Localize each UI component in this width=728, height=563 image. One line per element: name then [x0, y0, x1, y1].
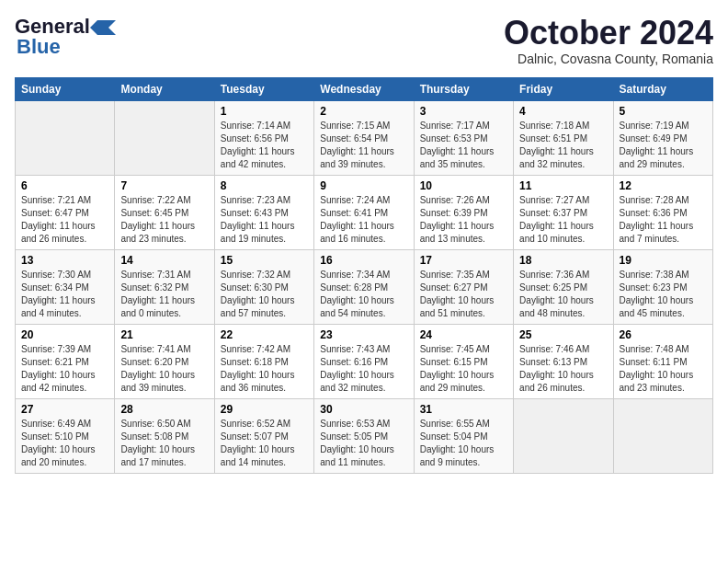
- col-header-friday: Friday: [514, 77, 613, 100]
- day-info: Sunrise: 7:42 AM Sunset: 6:18 PM Dayligh…: [221, 343, 308, 395]
- col-header-monday: Monday: [115, 77, 214, 100]
- week-row-4: 20Sunrise: 7:39 AM Sunset: 6:21 PM Dayli…: [16, 324, 713, 398]
- col-header-thursday: Thursday: [414, 77, 513, 100]
- day-number: 15: [221, 254, 308, 267]
- day-number: 7: [120, 179, 208, 192]
- day-number: 23: [320, 328, 407, 341]
- day-cell: 26Sunrise: 7:48 AM Sunset: 6:11 PM Dayli…: [613, 324, 712, 398]
- day-info: Sunrise: 7:19 AM Sunset: 6:49 PM Dayligh…: [620, 120, 707, 171]
- day-cell: 6Sunrise: 7:21 AM Sunset: 6:47 PM Daylig…: [16, 175, 115, 249]
- day-info: Sunrise: 7:43 AM Sunset: 6:16 PM Dayligh…: [320, 343, 407, 395]
- day-info: Sunrise: 7:28 AM Sunset: 6:36 PM Dayligh…: [620, 194, 707, 246]
- day-cell: 30Sunrise: 6:53 AM Sunset: 5:05 PM Dayli…: [314, 398, 414, 473]
- day-info: Sunrise: 7:15 AM Sunset: 6:54 PM Dayligh…: [320, 120, 407, 171]
- day-info: Sunrise: 7:46 AM Sunset: 6:13 PM Dayligh…: [519, 343, 607, 395]
- logo-icon: [90, 18, 116, 35]
- day-info: Sunrise: 6:49 AM Sunset: 5:10 PM Dayligh…: [21, 418, 108, 469]
- day-number: 8: [221, 179, 308, 192]
- day-number: 21: [120, 328, 208, 341]
- day-info: Sunrise: 7:48 AM Sunset: 6:11 PM Dayligh…: [620, 343, 707, 395]
- day-cell: 14Sunrise: 7:31 AM Sunset: 6:32 PM Dayli…: [115, 249, 214, 324]
- day-cell: 24Sunrise: 7:45 AM Sunset: 6:15 PM Dayli…: [414, 324, 513, 398]
- day-cell: 13Sunrise: 7:30 AM Sunset: 6:34 PM Dayli…: [16, 249, 115, 324]
- day-info: Sunrise: 7:23 AM Sunset: 6:43 PM Dayligh…: [221, 194, 308, 246]
- day-cell: 9Sunrise: 7:24 AM Sunset: 6:41 PM Daylig…: [314, 175, 414, 249]
- day-number: 28: [120, 403, 208, 416]
- day-number: 9: [320, 179, 407, 192]
- day-number: 17: [420, 254, 507, 267]
- day-cell: 11Sunrise: 7:27 AM Sunset: 6:37 PM Dayli…: [514, 175, 613, 249]
- day-info: Sunrise: 7:36 AM Sunset: 6:25 PM Dayligh…: [519, 269, 607, 320]
- day-info: Sunrise: 7:17 AM Sunset: 6:53 PM Dayligh…: [420, 120, 507, 171]
- day-number: 3: [420, 105, 507, 118]
- day-number: 25: [519, 328, 607, 341]
- day-info: Sunrise: 7:32 AM Sunset: 6:30 PM Dayligh…: [221, 269, 308, 320]
- day-number: 6: [21, 179, 108, 192]
- day-number: 22: [221, 328, 308, 341]
- day-cell: 18Sunrise: 7:36 AM Sunset: 6:25 PM Dayli…: [514, 249, 613, 324]
- day-number: 26: [620, 328, 707, 341]
- day-info: Sunrise: 7:31 AM Sunset: 6:32 PM Dayligh…: [120, 269, 208, 320]
- day-info: Sunrise: 7:39 AM Sunset: 6:21 PM Dayligh…: [21, 343, 108, 395]
- day-info: Sunrise: 7:30 AM Sunset: 6:34 PM Dayligh…: [21, 269, 108, 320]
- day-cell: 20Sunrise: 7:39 AM Sunset: 6:21 PM Dayli…: [16, 324, 115, 398]
- day-cell: 28Sunrise: 6:50 AM Sunset: 5:08 PM Dayli…: [115, 398, 214, 473]
- day-cell: 21Sunrise: 7:41 AM Sunset: 6:20 PM Dayli…: [115, 324, 214, 398]
- day-info: Sunrise: 7:24 AM Sunset: 6:41 PM Dayligh…: [320, 194, 407, 246]
- week-row-1: 1Sunrise: 7:14 AM Sunset: 6:56 PM Daylig…: [16, 100, 713, 175]
- day-number: 29: [221, 403, 308, 416]
- week-row-3: 13Sunrise: 7:30 AM Sunset: 6:34 PM Dayli…: [16, 249, 713, 324]
- title-section: October 2024 Dalnic, Covasna County, Rom…: [504, 15, 713, 66]
- day-info: Sunrise: 6:50 AM Sunset: 5:08 PM Dayligh…: [120, 418, 208, 469]
- day-info: Sunrise: 7:18 AM Sunset: 6:51 PM Dayligh…: [519, 120, 607, 171]
- header-row: SundayMondayTuesdayWednesdayThursdayFrid…: [16, 77, 713, 100]
- day-cell: 29Sunrise: 6:52 AM Sunset: 5:07 PM Dayli…: [214, 398, 313, 473]
- day-info: Sunrise: 7:14 AM Sunset: 6:56 PM Dayligh…: [221, 120, 308, 171]
- day-cell: 10Sunrise: 7:26 AM Sunset: 6:39 PM Dayli…: [414, 175, 513, 249]
- col-header-wednesday: Wednesday: [314, 77, 414, 100]
- day-cell: 22Sunrise: 7:42 AM Sunset: 6:18 PM Dayli…: [214, 324, 313, 398]
- day-cell: [613, 398, 712, 473]
- day-cell: 3Sunrise: 7:17 AM Sunset: 6:53 PM Daylig…: [414, 100, 513, 175]
- day-cell: 1Sunrise: 7:14 AM Sunset: 6:56 PM Daylig…: [214, 100, 313, 175]
- day-number: 2: [320, 105, 407, 118]
- day-cell: [16, 100, 115, 175]
- day-number: 4: [519, 105, 607, 118]
- logo: General Blue: [15, 15, 116, 59]
- day-cell: 12Sunrise: 7:28 AM Sunset: 6:36 PM Dayli…: [613, 175, 712, 249]
- day-cell: 23Sunrise: 7:43 AM Sunset: 6:16 PM Dayli…: [314, 324, 414, 398]
- day-info: Sunrise: 7:21 AM Sunset: 6:47 PM Dayligh…: [21, 194, 108, 246]
- location-subtitle: Dalnic, Covasna County, Romania: [504, 52, 713, 66]
- col-header-sunday: Sunday: [16, 77, 115, 100]
- page-header: General Blue October 2024 Dalnic, Covasn…: [15, 15, 713, 66]
- day-number: 20: [21, 328, 108, 341]
- day-cell: [115, 100, 214, 175]
- day-number: 10: [420, 179, 507, 192]
- day-cell: [514, 398, 613, 473]
- day-number: 31: [420, 403, 507, 416]
- day-number: 24: [420, 328, 507, 341]
- day-cell: 25Sunrise: 7:46 AM Sunset: 6:13 PM Dayli…: [514, 324, 613, 398]
- day-cell: 31Sunrise: 6:55 AM Sunset: 5:04 PM Dayli…: [414, 398, 513, 473]
- week-row-2: 6Sunrise: 7:21 AM Sunset: 6:47 PM Daylig…: [16, 175, 713, 249]
- day-info: Sunrise: 7:27 AM Sunset: 6:37 PM Dayligh…: [519, 194, 607, 246]
- day-number: 12: [620, 179, 707, 192]
- day-number: 27: [21, 403, 108, 416]
- day-number: 5: [620, 105, 707, 118]
- day-cell: 16Sunrise: 7:34 AM Sunset: 6:28 PM Dayli…: [314, 249, 414, 324]
- month-title: October 2024: [504, 15, 713, 52]
- day-cell: 4Sunrise: 7:18 AM Sunset: 6:51 PM Daylig…: [514, 100, 613, 175]
- day-info: Sunrise: 6:55 AM Sunset: 5:04 PM Dayligh…: [420, 418, 507, 469]
- day-cell: 8Sunrise: 7:23 AM Sunset: 6:43 PM Daylig…: [214, 175, 313, 249]
- svg-marker-0: [90, 20, 116, 35]
- day-info: Sunrise: 6:53 AM Sunset: 5:05 PM Dayligh…: [320, 418, 407, 469]
- day-info: Sunrise: 7:41 AM Sunset: 6:20 PM Dayligh…: [120, 343, 208, 395]
- day-cell: 27Sunrise: 6:49 AM Sunset: 5:10 PM Dayli…: [16, 398, 115, 473]
- day-number: 1: [221, 105, 308, 118]
- day-cell: 17Sunrise: 7:35 AM Sunset: 6:27 PM Dayli…: [414, 249, 513, 324]
- day-number: 14: [120, 254, 208, 267]
- col-header-saturday: Saturday: [613, 77, 712, 100]
- day-number: 11: [519, 179, 607, 192]
- day-cell: 7Sunrise: 7:22 AM Sunset: 6:45 PM Daylig…: [115, 175, 214, 249]
- day-number: 19: [620, 254, 707, 267]
